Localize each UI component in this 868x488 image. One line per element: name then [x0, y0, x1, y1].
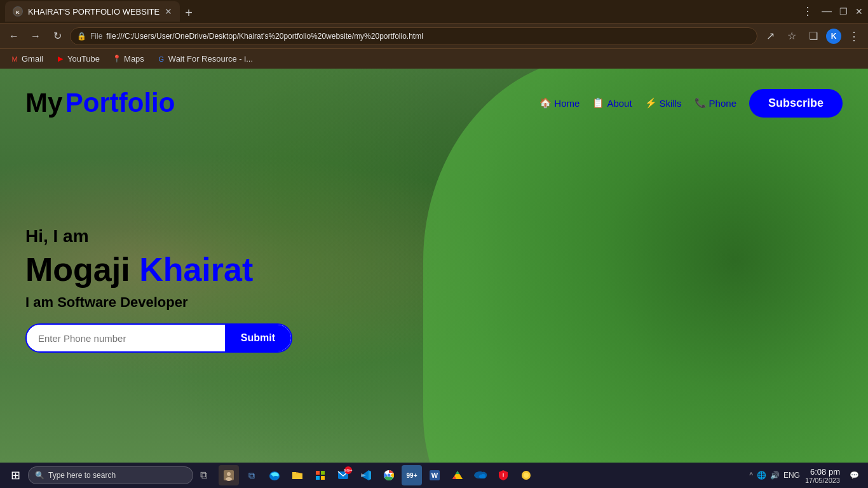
svg-text:W: W — [431, 471, 438, 479]
taskbar-person-icon[interactable] — [219, 465, 239, 485]
active-tab[interactable]: K KHAIRAT'S PORTFOLIO WEBSITE ✕ — [5, 1, 180, 22]
bookmark-maps[interactable]: 📍 Maps — [107, 52, 149, 65]
about-label: About — [607, 98, 632, 109]
bookmark-wait[interactable]: G Wait For Resource - i... — [152, 52, 258, 65]
foliage-bg — [423, 69, 868, 463]
svg-rect-8 — [316, 476, 320, 480]
last-name: Khairat — [139, 251, 253, 288]
nav-about[interactable]: 📋 About — [592, 97, 632, 109]
security-icon[interactable]: ! — [493, 465, 513, 485]
phone-form: Submit — [25, 323, 292, 353]
first-name: Mogaji — [25, 251, 130, 288]
bookmark-icon[interactable]: ☆ — [783, 27, 801, 45]
mail-badge: 99+ — [344, 466, 352, 474]
forward-button[interactable]: → — [27, 27, 44, 45]
taskbar-search-box[interactable]: 🔍 Type here to search — [28, 466, 193, 484]
svg-rect-6 — [316, 471, 320, 475]
minimize-button[interactable]: — — [822, 6, 832, 17]
nav-phone[interactable]: 📞 Phone — [695, 97, 736, 109]
start-button[interactable]: ⊞ — [5, 465, 25, 485]
task-view-button[interactable]: ⧉ — [193, 465, 214, 485]
submit-button[interactable]: Submit — [225, 325, 291, 351]
lock-icon: 🔒 — [77, 32, 86, 41]
network-icon[interactable]: 🌐 — [757, 471, 766, 480]
nav-skills[interactable]: ⚡ Skills — [645, 97, 682, 109]
svg-point-13 — [388, 474, 391, 477]
search-icon: 🔍 — [35, 471, 44, 480]
onedrive-icon[interactable] — [470, 465, 491, 485]
search-placeholder: Type here to search — [48, 471, 116, 480]
home-icon: 🏠 — [539, 97, 552, 109]
skills-label: Skills — [660, 98, 682, 109]
time-display: 6:08 pm — [805, 467, 840, 477]
sidebar-icon[interactable]: ❏ — [804, 27, 822, 45]
nav-links: 🏠 Home 📋 About ⚡ Skills 📞 Phone Subscrib… — [539, 89, 843, 118]
edge-browser-icon[interactable] — [264, 465, 285, 485]
address-bar[interactable]: 🔒 File file:///C:/Users/User/OneDrive/De… — [70, 27, 757, 45]
phone-label: Phone — [709, 98, 736, 109]
task-view-icon[interactable]: ⧉ — [241, 465, 262, 485]
maps-icon: 📍 — [112, 55, 121, 64]
youtube-icon: ▶ — [56, 55, 65, 64]
notification-button[interactable]: 💬 — [845, 466, 863, 484]
date-display: 17/05/2023 — [805, 477, 840, 484]
drive-icon[interactable] — [447, 465, 468, 485]
menu-icon[interactable]: ⋮ — [845, 27, 863, 45]
tab-area: K KHAIRAT'S PORTFOLIO WEBSITE ✕ + — [5, 1, 800, 22]
volume-icon[interactable]: 🔊 — [770, 471, 780, 480]
file-explorer-icon[interactable] — [287, 465, 308, 485]
mail-icon[interactable]: 99+ — [333, 465, 353, 485]
svg-point-21 — [524, 473, 529, 478]
more-options-icon[interactable]: ⋯ — [801, 6, 815, 17]
tab-close-button[interactable]: ✕ — [165, 6, 172, 17]
title-bar: K KHAIRAT'S PORTFOLIO WEBSITE ✕ + ⋯ — ❐ … — [0, 0, 868, 23]
url-text: file:///C:/Users/User/OneDrive/Desktop/K… — [106, 32, 750, 41]
show-hidden-icon[interactable]: ^ — [749, 471, 753, 480]
word-icon[interactable]: W — [424, 465, 445, 485]
maximize-button[interactable]: ❐ — [839, 6, 848, 17]
store-icon[interactable] — [310, 465, 330, 485]
bookmark-gmail[interactable]: M Gmail — [5, 52, 48, 65]
about-icon: 📋 — [592, 97, 604, 109]
suns-icon[interactable] — [516, 465, 536, 485]
google-icon: G — [157, 55, 166, 64]
phone-input[interactable] — [27, 325, 225, 351]
language-label: ENG — [783, 471, 800, 480]
system-tray: ^ 🌐 🔊 ENG — [749, 471, 800, 480]
close-button[interactable]: ✕ — [855, 6, 863, 17]
counter-icon[interactable]: 99+ — [402, 465, 422, 485]
portfolio-nav: My Portfolio 🏠 Home 📋 About ⚡ Skills 📞 P… — [0, 88, 868, 118]
clock[interactable]: 6:08 pm 17/05/2023 — [805, 467, 840, 484]
counter-label: 99+ — [407, 472, 417, 479]
svg-rect-9 — [321, 476, 325, 480]
svg-text:!: ! — [503, 472, 505, 478]
new-tab-button[interactable]: + — [180, 4, 198, 22]
phone-icon: 📞 — [695, 97, 707, 109]
maps-label: Maps — [124, 54, 144, 64]
profile-button[interactable]: K — [826, 29, 841, 44]
refresh-button[interactable]: ↻ — [48, 27, 66, 45]
role-text: I am Software Developer — [25, 294, 292, 311]
hero-text-section: Hi, I am Mogaji Khairat I am Software De… — [25, 226, 292, 353]
gmail-icon: M — [10, 55, 19, 64]
share-icon[interactable]: ↗ — [761, 27, 779, 45]
chrome-icon[interactable] — [379, 465, 399, 485]
nav-home[interactable]: 🏠 Home — [539, 97, 580, 109]
page-content: My Portfolio 🏠 Home 📋 About ⚡ Skills 📞 P… — [0, 69, 868, 463]
portfolio-text: Portfolio — [65, 88, 175, 118]
tab-favicon: K — [13, 6, 23, 17]
full-name-text: Mogaji Khairat — [25, 252, 292, 288]
svg-point-3 — [227, 472, 231, 476]
my-text: My — [25, 88, 62, 118]
back-button[interactable]: ← — [5, 27, 23, 45]
taskbar-icons: ⧉ 99+ — [219, 465, 536, 485]
svg-point-4 — [226, 477, 232, 481]
vs-code-icon[interactable] — [356, 465, 376, 485]
browser-chrome: K KHAIRAT'S PORTFOLIO WEBSITE ✕ + ⋯ — ❐ … — [0, 0, 868, 69]
taskbar-right: ^ 🌐 🔊 ENG 6:08 pm 17/05/2023 💬 — [749, 466, 863, 484]
svg-text:K: K — [16, 10, 20, 15]
subscribe-button[interactable]: Subscribe — [749, 89, 843, 118]
svg-rect-7 — [321, 471, 325, 475]
bookmark-youtube[interactable]: ▶ YouTube — [51, 52, 105, 65]
bookmarks-bar: M Gmail ▶ YouTube 📍 Maps G Wait For Reso… — [0, 48, 868, 69]
